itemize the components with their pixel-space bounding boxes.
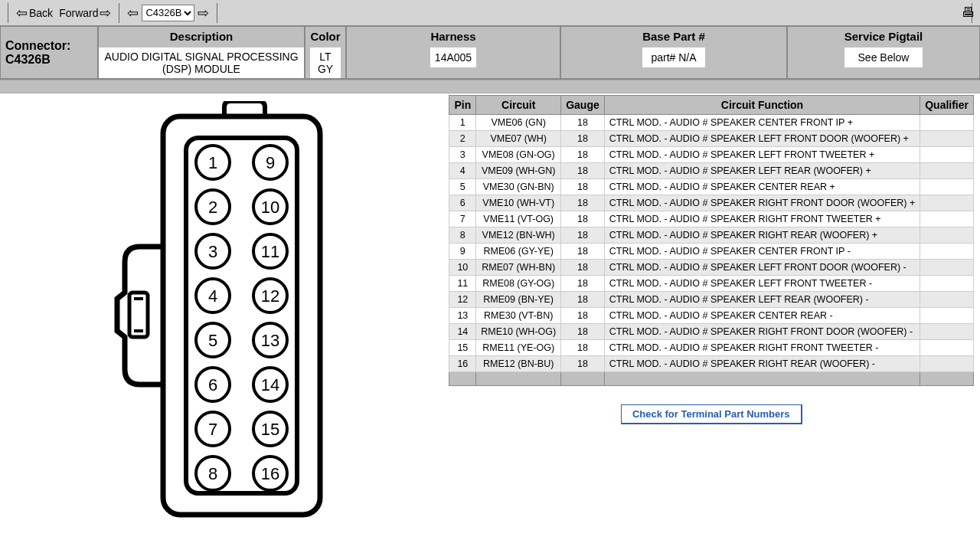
cell-circuit: VME11 (VT-OG) (476, 211, 561, 227)
table-row: 3VME08 (GN-OG)18CTRL MOD. - AUDIO # SPEA… (449, 147, 974, 163)
cell-func: CTRL MOD. - AUDIO # SPEAKER LEFT FRONT T… (604, 276, 920, 292)
svg-text:12: 12 (261, 286, 279, 306)
connector-id: C4326B (5, 53, 93, 67)
svg-text:15: 15 (261, 420, 279, 439)
print-button[interactable]: 🖶 (962, 5, 975, 21)
table-header-row: Pin Circuit Gauge Circuit Function Quali… (449, 96, 974, 115)
cell-qual (920, 340, 974, 356)
table-row: 15RME11 (YE-OG)18CTRL MOD. - AUDIO # SPE… (449, 340, 974, 356)
pigtail-value: See Below (844, 47, 923, 67)
content-area: 12345678910111213141516 Pin Circuit Gaug… (0, 93, 980, 530)
forward-label: Forward (59, 7, 98, 19)
cell-func: CTRL MOD. - AUDIO # SPEAKER RIGHT REAR (… (604, 356, 920, 372)
svg-text:2: 2 (208, 198, 217, 217)
col-pin: Pin (449, 96, 476, 115)
cell-func: CTRL MOD. - AUDIO # SPEAKER RIGHT FRONT … (604, 324, 920, 340)
color-value: LT GY (310, 47, 340, 78)
table-row: 12RME09 (BN-YE)18CTRL MOD. - AUDIO # SPE… (449, 292, 974, 308)
svg-text:4: 4 (208, 286, 217, 306)
arrow-right-icon: ⇨ (198, 6, 209, 20)
cell-qual (920, 179, 974, 195)
cell-circuit: RME30 (VT-BN) (476, 308, 561, 324)
basepart-label: Base Part # (642, 27, 705, 47)
cell-func: CTRL MOD. - AUDIO # SPEAKER CENTER FRONT… (604, 115, 920, 131)
arrow-right-icon: ⇨ (100, 6, 111, 20)
table-row: 14RME10 (WH-OG)18CTRL MOD. - AUDIO # SPE… (449, 324, 974, 340)
svg-text:7: 7 (208, 420, 217, 439)
cell-qual (920, 356, 974, 372)
nav-prev-button[interactable]: ⇦ (124, 5, 142, 21)
cell-circuit: RME09 (BN-YE) (476, 292, 561, 308)
svg-text:16: 16 (261, 464, 279, 483)
cell-circuit: RME12 (BN-BU) (476, 356, 561, 372)
table-row: 9RME06 (GY-YE)18CTRL MOD. - AUDIO # SPEA… (449, 244, 974, 260)
table-row: 16RME12 (BN-BU)18CTRL MOD. - AUDIO # SPE… (449, 356, 974, 372)
cell-pin: 14 (449, 324, 476, 340)
nav-next-button[interactable]: ⇨ (194, 5, 212, 21)
cell-pin: 13 (449, 308, 476, 324)
cell-gauge: 18 (561, 276, 605, 292)
cell-gauge: 18 (561, 115, 605, 131)
pigtail-label: Service Pigtail (844, 27, 923, 47)
pin-table: Pin Circuit Gauge Circuit Function Quali… (449, 95, 974, 386)
cell-qual (920, 308, 974, 324)
back-button[interactable]: ⇦ Back (13, 5, 56, 21)
cell-circuit: RME06 (GY-YE) (476, 244, 561, 260)
table-row: 6VME10 (WH-VT)18CTRL MOD. - AUDIO # SPEA… (449, 195, 974, 211)
table-row: 4VME09 (WH-GN)18CTRL MOD. - AUDIO # SPEA… (449, 163, 974, 179)
cell-gauge: 18 (561, 195, 605, 211)
cell-func: CTRL MOD. - AUDIO # SPEAKER LEFT REAR (W… (604, 292, 920, 308)
check-terminal-button[interactable]: Check for Terminal Part Numbers (621, 404, 802, 424)
cell-func: CTRL MOD. - AUDIO # SPEAKER RIGHT FRONT … (604, 211, 920, 227)
cell-func: CTRL MOD. - AUDIO # SPEAKER LEFT FRONT D… (604, 260, 920, 276)
svg-text:6: 6 (208, 375, 217, 394)
cell-gauge: 18 (561, 163, 605, 179)
cell-qual (920, 147, 974, 163)
pin-table-pane: Pin Circuit Gauge Circuit Function Quali… (449, 93, 980, 424)
svg-text:9: 9 (266, 153, 275, 172)
cell-circuit: VME10 (WH-VT) (476, 195, 561, 211)
col-qual: Qualifier (920, 96, 974, 115)
connector-select[interactable]: C4326B (142, 5, 194, 21)
table-row: 2VME07 (WH)18CTRL MOD. - AUDIO # SPEAKER… (449, 131, 974, 147)
description-value: AUDIO DIGITAL SIGNAL PROCESSING (DSP) MO… (99, 47, 304, 78)
toolbar-separator (119, 3, 119, 23)
harness-label: Harness (430, 27, 476, 47)
col-circuit: Circuit (476, 96, 561, 115)
harness-value: 14A005 (430, 47, 476, 67)
svg-text:11: 11 (261, 242, 279, 261)
cell-qual (920, 163, 974, 179)
cell-gauge: 18 (561, 260, 605, 276)
cell-func: CTRL MOD. - AUDIO # SPEAKER CENTER REAR … (604, 179, 920, 195)
cell-func: CTRL MOD. - AUDIO # SPEAKER CENTER FRONT… (604, 244, 920, 260)
svg-text:13: 13 (261, 331, 279, 350)
cell-pin: 9 (449, 244, 476, 260)
table-row: 11RME08 (GY-OG)18CTRL MOD. - AUDIO # SPE… (449, 276, 974, 292)
toolbar-separator (217, 3, 217, 23)
connector-svg: 12345678910111213141516 (109, 101, 339, 530)
table-row: 1VME06 (GN)18CTRL MOD. - AUDIO # SPEAKER… (449, 115, 974, 131)
cell-circuit: RME07 (WH-BN) (476, 260, 561, 276)
cell-qual (920, 276, 974, 292)
cell-gauge: 18 (561, 147, 605, 163)
cell-gauge: 18 (561, 179, 605, 195)
forward-button[interactable]: Forward ⇨ (56, 5, 114, 21)
cell-qual (920, 324, 974, 340)
svg-text:10: 10 (261, 198, 279, 217)
col-gauge: Gauge (561, 96, 605, 115)
cell-circuit: VME09 (WH-GN) (476, 163, 561, 179)
printer-icon: 🖶 (962, 5, 975, 20)
cell-pin: 12 (449, 292, 476, 308)
cell-func: CTRL MOD. - AUDIO # SPEAKER LEFT REAR (W… (604, 163, 920, 179)
cell-func: CTRL MOD. - AUDIO # SPEAKER RIGHT REAR (… (604, 227, 920, 244)
svg-text:5: 5 (208, 331, 217, 350)
connector-diagram: 12345678910111213141516 (0, 93, 449, 530)
cell-pin: 8 (449, 227, 476, 244)
cell-func: CTRL MOD. - AUDIO # SPEAKER RIGHT FRONT … (604, 195, 920, 211)
description-label: Description (99, 27, 304, 47)
cell-circuit: VME06 (GN) (476, 115, 561, 131)
color-label: Color (310, 27, 340, 47)
cell-circuit: RME08 (GY-OG) (476, 276, 561, 292)
info-header: Connector: C4326B Description AUDIO DIGI… (0, 26, 980, 80)
cell-circuit: RME10 (WH-OG) (476, 324, 561, 340)
